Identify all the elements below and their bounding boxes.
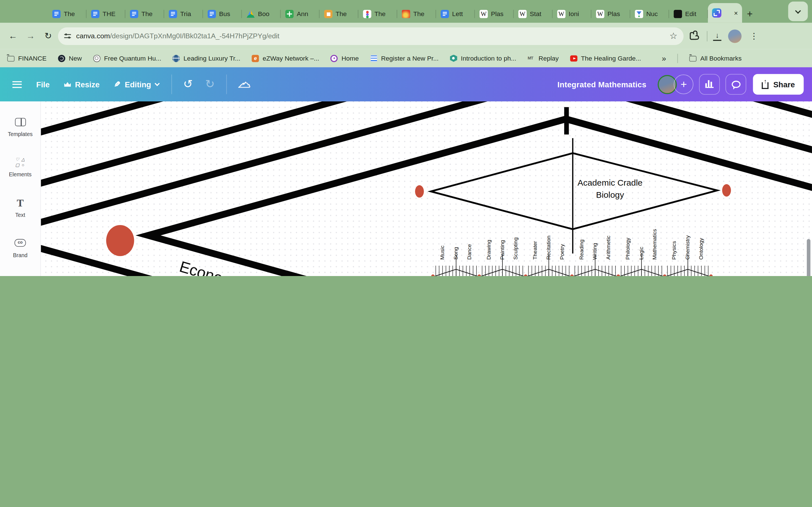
youtube-icon xyxy=(570,55,577,62)
share-button[interactable]: Share xyxy=(753,74,804,95)
tab-title: Lett xyxy=(452,10,472,18)
tab[interactable]: Plas xyxy=(475,5,514,22)
omnibox[interactable]: canva.com/design/DAGTpXnMg0I/lBk02ta1A_-… xyxy=(58,27,684,45)
svg-text:Recitation: Recitation xyxy=(546,235,552,260)
chevron-down-icon xyxy=(154,81,160,86)
diamond-title-line2[interactable]: Biology xyxy=(596,190,624,200)
browser-profile-avatar[interactable] xyxy=(728,29,742,43)
red-ellipse-right[interactable] xyxy=(722,184,731,196)
bookmarks-overflow-icon[interactable]: » xyxy=(662,54,666,62)
tab[interactable]: Edit xyxy=(669,5,708,22)
back-button[interactable]: ← xyxy=(5,28,20,44)
bookmark-new[interactable]: New xyxy=(58,55,82,62)
tab[interactable]: Bus xyxy=(203,5,242,22)
tab[interactable]: Tria xyxy=(164,5,203,22)
gdocs-icon xyxy=(91,10,99,18)
downloads-icon[interactable]: ↓ xyxy=(712,31,722,41)
tab[interactable]: Lett xyxy=(436,5,475,22)
file-menu[interactable]: File xyxy=(29,80,57,89)
tab[interactable]: Ann xyxy=(281,5,319,22)
chart-item-labels[interactable]: Music Song Dance Drawing Painting Sculpt… xyxy=(439,229,704,260)
tab[interactable]: Stat xyxy=(514,5,553,22)
sidebar-item-templates[interactable]: Templates xyxy=(3,110,38,143)
design-canvas[interactable]: Academic Cradle Biology xyxy=(41,101,812,276)
tab[interactable]: Ioni xyxy=(553,5,592,22)
wikipedia-icon xyxy=(557,10,565,18)
redo-button[interactable]: ↻ xyxy=(199,78,221,91)
templates-icon xyxy=(15,116,26,128)
tab[interactable]: The xyxy=(125,5,164,22)
tab[interactable]: The xyxy=(48,5,87,22)
tab[interactable]: Nuc xyxy=(630,5,669,22)
tab-search-button[interactable] xyxy=(788,2,808,21)
color-dots-icon xyxy=(363,10,371,18)
bookmark-home[interactable]: Home xyxy=(331,55,359,62)
insights-button[interactable] xyxy=(699,74,720,95)
bookmark-label: Replay xyxy=(539,55,559,62)
sidebar-item-label: Templates xyxy=(8,131,33,137)
all-bookmarks-button[interactable]: All Bookmarks xyxy=(689,55,742,62)
red-ellipse-left[interactable] xyxy=(415,185,424,198)
extensions-icon[interactable] xyxy=(690,32,698,40)
sidebar-item-brand[interactable]: coBrand xyxy=(3,231,38,264)
divider xyxy=(226,74,227,94)
site-info-icon[interactable] xyxy=(64,33,71,40)
svg-text:Poetry: Poetry xyxy=(559,244,565,260)
tab-title: Edit xyxy=(685,10,705,18)
wikipedia-icon xyxy=(596,10,604,18)
close-tab-icon[interactable]: × xyxy=(734,10,738,16)
bookmark-introduction[interactable]: Introduction to ph... xyxy=(450,55,516,62)
bookmark-replay[interactable]: MTReplay xyxy=(528,55,559,62)
comments-button[interactable] xyxy=(726,74,746,95)
tab-bar: The THE The Tria Bus Boo Ann The The The… xyxy=(0,0,812,23)
svg-text:Mathematics: Mathematics xyxy=(652,229,658,260)
bookmark-healing-garden[interactable]: The Healing Garde... xyxy=(570,55,641,62)
tab[interactable]: The xyxy=(319,5,358,22)
menu-icon[interactable] xyxy=(12,81,22,88)
bookmark-leading-luxury[interactable]: Leading Luxury Tr... xyxy=(172,55,240,62)
bookmark-free-quantum[interactable]: Free Quantum Hu... xyxy=(93,55,161,62)
tab-title: Ioni xyxy=(569,10,589,18)
undo-button[interactable]: ↺ xyxy=(177,78,199,91)
tab-title: The xyxy=(336,10,355,18)
url-path: /design/DAGTpXnMg0I/lBk02ta1A_-54H7hPjZP… xyxy=(110,32,280,40)
bookmark-star-icon[interactable]: ☆ xyxy=(669,31,677,41)
vertical-scrollbar[interactable] xyxy=(807,239,811,276)
address-bar-row: ← → ↻ canva.com/design/DAGTpXnMg0I/lBk02… xyxy=(0,23,812,49)
editing-label: Editing xyxy=(125,80,151,89)
stripe-diamonds[interactable] xyxy=(41,101,812,276)
svg-text:Reading: Reading xyxy=(578,239,585,260)
browser-menu-icon[interactable]: ⋮ xyxy=(750,31,758,41)
bookmark-finance[interactable]: FINANCE xyxy=(7,55,47,62)
tab[interactable]: THE xyxy=(87,5,125,22)
svg-text:Drawing: Drawing xyxy=(486,240,492,260)
reload-button[interactable]: ↻ xyxy=(40,28,56,44)
diamond-title-line1[interactable]: Academic Cradle xyxy=(577,178,643,187)
sidebar-item-elements[interactable]: ♡△▢○Elements xyxy=(3,150,38,183)
tab[interactable]: Boo xyxy=(242,5,281,22)
text-icon: T xyxy=(17,196,24,209)
academic-diamond[interactable] xyxy=(431,153,717,229)
bookmark-label: All Bookmarks xyxy=(700,55,742,62)
new-tab-button[interactable]: + xyxy=(742,5,758,22)
orange-doc-icon xyxy=(324,10,333,18)
tab[interactable]: The xyxy=(397,5,436,22)
design-artwork[interactable]: Academic Cradle Biology xyxy=(41,101,812,276)
design-title[interactable]: Integrated Mathematics xyxy=(557,80,647,89)
bookmark-register[interactable]: Register a New Pr... xyxy=(370,55,439,62)
tab-title: The xyxy=(374,10,394,18)
sidebar-item-text[interactable]: TText xyxy=(3,190,38,224)
editing-mode-dropdown[interactable]: ✎Editing xyxy=(107,80,166,89)
forward-button[interactable]: → xyxy=(23,28,38,44)
svg-text:Ontology: Ontology xyxy=(698,238,704,260)
resize-button[interactable]: Resize xyxy=(57,80,107,89)
red-ellipse-large[interactable] xyxy=(106,225,134,256)
url-text[interactable]: canva.com/design/DAGTpXnMg0I/lBk02ta1A_-… xyxy=(76,32,664,40)
url-domain: canva.com xyxy=(76,32,110,40)
bookmark-ezway[interactable]: eZWay Network –... xyxy=(252,55,319,62)
add-collaborator-button[interactable]: + xyxy=(674,74,694,94)
tab-active-canva[interactable]: × xyxy=(708,3,742,23)
sidebar-item-uploads[interactable]: ☁Uploads xyxy=(3,271,38,276)
tab[interactable]: The xyxy=(358,5,397,22)
tab[interactable]: Plas xyxy=(592,5,630,22)
